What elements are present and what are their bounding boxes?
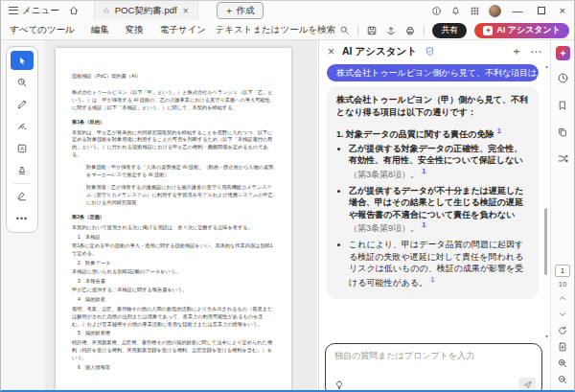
home-icon[interactable]	[68, 5, 80, 16]
share-upload-icon[interactable]	[385, 25, 397, 36]
ai-assistant-button[interactable]: AI アシスタント	[474, 23, 569, 38]
search-label: テキストまたはツールを検索	[215, 24, 335, 36]
chat-area[interactable]: 株式会社トゥールビヨン側から見て、不利な項目はありますか？ 株式会社トゥールビヨ…	[319, 62, 550, 339]
response-bullet: 乙が提供する対象データの正確性、完全性、有効性、有用性、安全性について保証しない…	[349, 143, 529, 181]
print-icon[interactable]	[404, 25, 416, 36]
contract-paragraph: 本契約は、甲と乙が将来的に共同研究開発契約を締結することを視野に入れつつ、以下に…	[72, 129, 275, 160]
contract-item: 2 対象データ	[72, 260, 275, 267]
contract-paragraph: 本検証に用いられる別紙2記載のデータをいう。	[72, 268, 275, 276]
citation-link[interactable]: 1	[421, 168, 427, 174]
reorder-shuffle-icon[interactable]	[554, 150, 572, 168]
chat-scroll-up-icon[interactable]: ▴	[545, 62, 548, 69]
bookmark-icon[interactable]	[554, 96, 572, 114]
rotate-refresh-icon[interactable]	[555, 323, 571, 337]
fill-sign-tool-button[interactable]	[11, 187, 34, 206]
user-message-bubble: 株式会社トゥールビヨン側から見て、不利な項目はありますか？	[327, 64, 539, 81]
convert-menu[interactable]: 変換	[126, 24, 144, 36]
next-page-chevron-icon[interactable]	[555, 307, 571, 321]
search-icon	[339, 25, 350, 35]
window-maximize-button[interactable]	[535, 7, 548, 14]
comment-pencil-tool-button[interactable]	[11, 95, 34, 114]
highlight-tool-button[interactable]	[11, 117, 34, 136]
page-number-input[interactable]: 1	[555, 265, 570, 277]
esign-menu[interactable]: 電子サイン	[160, 24, 206, 36]
previous-page-chevron-icon[interactable]	[555, 290, 571, 305]
contract-item: 4 知的財産	[72, 296, 275, 304]
prompt-placeholder: 独自の質問またはプロンプトを入力	[334, 350, 474, 362]
zoom-in-icon[interactable]	[555, 356, 571, 370]
ai-assistant-logo-icon	[483, 26, 493, 35]
app-toolbar: すべてのツール 編集 変換 電子サイン テキストまたはツールを検索 共有	[1, 20, 574, 40]
user-avatar[interactable]	[489, 5, 501, 17]
hamburger-icon	[9, 7, 18, 14]
contract-paragraph: 甲が乙に提供する、本検証に関する報告書をいう。	[72, 287, 275, 294]
pdf-page[interactable]: 技術検証（PoC）契約書（AI） 株式会社トゥールビヨン（以下「甲」という。）と…	[56, 48, 291, 390]
citation-link[interactable]: 1	[495, 127, 502, 134]
suggestions-lightbulb-icon[interactable]	[334, 380, 345, 391]
panel-close-icon[interactable]: ×	[328, 45, 334, 58]
contract-heading: 第2条（定義）	[72, 214, 275, 221]
response-section-heading: 2. 損害賠償の上限2	[336, 297, 529, 299]
share-button[interactable]: 共有	[432, 23, 467, 38]
document-tab[interactable]: ☆ POC契約書.pdf ×	[94, 1, 198, 20]
response-bullet: これにより、甲はデータ品質の問題に起因する検証の失敗や遅延に対して責任を問われる…	[349, 239, 529, 288]
export-page-icon[interactable]	[555, 339, 571, 354]
window-titlebar: メニュー ☆ POC契約書.pdf × ＋ 作成 —	[1, 1, 574, 20]
citation-link[interactable]: 2	[408, 298, 415, 299]
more-tools-button[interactable]: •••	[11, 209, 34, 228]
contract-paragraph: 対象技術：甲が保有する「人体の姿勢推定 AI 技術」（動画・静止画から人物の姿勢…	[72, 164, 275, 179]
contract-paragraph: 第1条に定める甲の技術の導入・適用に関する技術検証をいい、具体的な作業内容は別紙…	[72, 242, 275, 258]
all-tools-menu[interactable]: すべてのツール	[10, 24, 75, 36]
divider	[424, 25, 425, 36]
menu-label: メニュー	[22, 5, 59, 17]
contract-title: 技術検証（PoC）契約書（AI）	[72, 73, 275, 81]
apps-grid-icon[interactable]	[470, 6, 480, 16]
response-section-heading: 1. 対象データの品質に関する責任の免除1	[336, 127, 529, 141]
ai-assistant-label: AI アシスタント	[496, 24, 561, 36]
chat-scrollbar-thumb[interactable]	[544, 208, 547, 275]
stamp-tool-button[interactable]	[11, 161, 34, 180]
contract-paragraph: 発明、考案、意匠、著作物その他の人間の創造的活動により生み出されるもの（発見また…	[72, 306, 275, 329]
document-tab-label: POC契約書.pdf	[115, 5, 177, 17]
assistant-response: 株式会社トゥールビヨン（甲）側から見て、不利となり得る項目は以下の通りです： 1…	[327, 86, 539, 299]
citation-link[interactable]: 1	[429, 276, 436, 283]
edit-menu[interactable]: 編集	[91, 24, 109, 36]
search-input[interactable]: テキストまたはツールを検索	[215, 24, 350, 36]
select-tool-button[interactable]	[11, 51, 34, 70]
zoom-tool-button[interactable]	[11, 73, 34, 92]
create-label: ＋ 作成	[225, 5, 255, 17]
response-intro: 株式会社トゥールビヨン（甲）側から見て、不利となり得る項目は以下の通りです：	[336, 94, 529, 118]
panel-title: AI アシスタント	[342, 45, 417, 58]
contract-heading: 第1条（目的）	[72, 119, 275, 127]
window-close-button[interactable]: ×	[557, 5, 568, 16]
contract-paragraph: 本契約において使用される次に掲げる用語は、各々次に定義する意味を有する。	[72, 224, 275, 232]
prompt-input[interactable]: 独自の質問またはプロンプトを入力	[325, 343, 542, 392]
notifications-bell-icon[interactable]	[450, 6, 461, 16]
verified-badge-icon	[425, 46, 435, 57]
new-chat-plus-icon[interactable]: ＋	[511, 43, 522, 59]
add-text-tool-button[interactable]: A	[11, 139, 34, 158]
attachments-copy-icon[interactable]	[554, 123, 572, 141]
tab-close-icon[interactable]: ×	[182, 6, 190, 16]
panel-overflow-menu-icon[interactable]: ⋯	[530, 45, 541, 58]
response-bullet: 乙が提供するデータが不十分または遅延した場合、甲はその結果として生じる検証の遅延…	[349, 185, 529, 235]
share-label: 共有	[441, 24, 458, 36]
document-canvas[interactable]: 技術検証（PoC）契約書（AI） 株式会社トゥールビヨン（以下「甲」という。）と…	[45, 40, 317, 390]
star-icon[interactable]: ☆	[103, 6, 110, 15]
info-icon[interactable]	[431, 6, 442, 16]
send-button[interactable]	[518, 378, 536, 391]
history-clock-icon[interactable]	[554, 69, 572, 87]
save-icon[interactable]	[366, 25, 378, 36]
citation-link[interactable]: 1	[421, 221, 427, 228]
window-minimize-button[interactable]: —	[510, 5, 526, 16]
ai-assistant-panel-toggle[interactable]	[556, 46, 570, 60]
zoom-out-icon[interactable]	[555, 372, 571, 386]
create-button[interactable]: ＋ 作成	[217, 2, 264, 19]
menu-button[interactable]: メニュー	[9, 5, 59, 17]
contract-paragraph: 株式会社トゥールビヨン（以下「甲」という。）と株式会社ルベランジェ（以下「乙」と…	[72, 89, 275, 112]
right-tool-rail: 1 10	[550, 40, 574, 390]
chat-scroll-down-icon[interactable]: ▾	[545, 333, 548, 339]
page-total-label: 10	[559, 280, 567, 288]
divider	[357, 25, 358, 36]
contract-item: 6 個人情報等	[72, 364, 275, 372]
